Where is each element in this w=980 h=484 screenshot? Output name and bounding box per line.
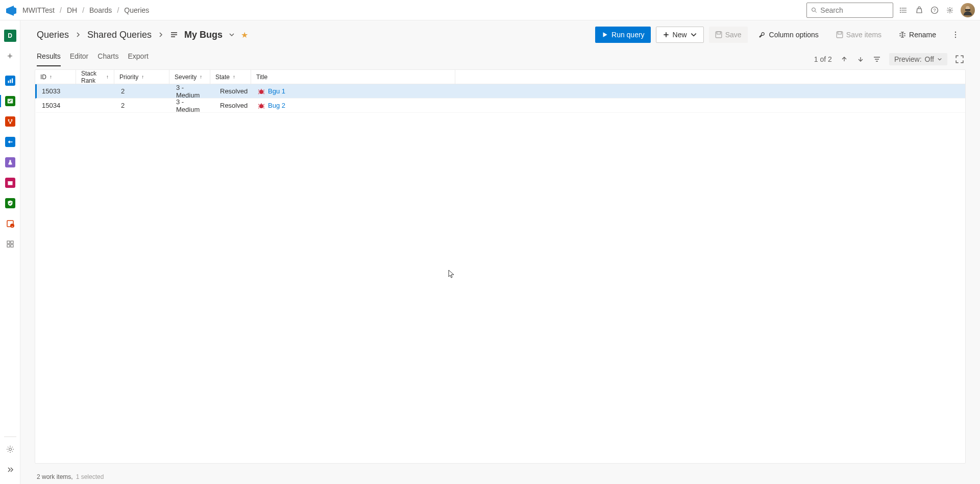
next-item-button[interactable] [856,55,865,63]
help-icon[interactable]: ? [930,6,939,15]
favorite-star-icon[interactable]: ★ [241,30,248,40]
breadcrumb-org[interactable]: MWITTest [22,6,55,14]
rail-grid[interactable] [0,234,20,254]
col-priority[interactable]: Priority↑ [114,70,169,84]
col-severity[interactable]: Severity↑ [169,70,210,84]
cell-title[interactable]: Bgu 1 [253,84,965,98]
svg-rect-30 [716,32,722,38]
svg-point-3 [900,10,901,11]
arrow-up-icon [841,56,847,62]
settings-icon[interactable] [945,6,954,15]
more-actions-button[interactable] [947,27,964,43]
save-icon [836,31,843,38]
col-title[interactable]: Title [251,70,965,84]
project-badge: D [4,30,16,42]
svg-rect-23 [11,241,13,244]
chevron-right-double-icon [6,466,14,474]
path-queries[interactable]: Queries [37,30,69,40]
svg-point-14 [8,119,9,121]
rail-compliance[interactable] [0,193,20,213]
rename-icon [899,31,906,38]
rail-wiki[interactable]: + [0,213,20,234]
tab-charts[interactable]: Charts [97,52,118,66]
more-vertical-icon [951,31,960,39]
svg-rect-10 [8,81,9,83]
svg-rect-25 [11,245,13,247]
tab-export[interactable]: Export [128,52,149,66]
col-id[interactable]: ID↑ [35,70,76,84]
col-stack-rank[interactable]: Stack Rank↑ [76,70,114,84]
fullscreen-button[interactable] [955,55,964,63]
page-header: Queries Shared Queries My Bugs ★ Run que… [20,20,980,49]
sort-asc-icon: ↑ [200,74,202,80]
work-item-title-link[interactable]: Bug 2 [268,102,285,109]
left-rail: D + + [0,20,20,484]
breadcrumb-section[interactable]: Boards [89,6,112,14]
rail-expand[interactable] [0,459,20,480]
status-selected: 1 selected [76,473,104,480]
rail-add[interactable]: + [0,46,20,66]
table-row[interactable]: 15033 2 3 - Medium Resolved Bgu 1 [35,84,965,99]
column-options-button[interactable]: Column options [753,27,825,43]
rail-pipelines[interactable] [0,132,20,152]
rail-boards[interactable] [0,91,20,111]
breadcrumb-page[interactable]: Queries [124,6,149,14]
breadcrumb-sep: / [82,6,84,14]
svg-rect-22 [7,241,10,244]
sort-asc-icon: ↑ [141,74,144,80]
breadcrumb-project[interactable]: DH [67,6,77,14]
filter-icon [873,56,880,63]
svg-point-15 [11,119,12,121]
plus-icon [663,31,670,38]
main-content: Queries Shared Queries My Bugs ★ Run que… [20,20,980,484]
search-input[interactable] [820,6,889,14]
results-table: ID↑ Stack Rank↑ Priority↑ Severity↑ Stat… [35,69,966,464]
rail-overview[interactable] [0,70,20,91]
work-items-icon[interactable] [899,6,909,15]
table-header: ID↑ Stack Rank↑ Priority↑ Severity↑ Stat… [35,70,965,84]
rail-project-settings[interactable] [0,439,20,459]
col-state[interactable]: State↑ [210,70,251,84]
breadcrumb-sep: / [117,6,119,14]
status-work-items: 2 work items, [37,473,73,480]
preview-value: Off [925,55,934,63]
top-header: MWITTest / DH / Boards / Queries ? [0,0,980,20]
new-button[interactable]: New [656,27,704,43]
path-shared-queries[interactable]: Shared Queries [87,30,152,40]
cell-stack-rank [78,99,116,112]
cell-id: 15034 [37,99,78,112]
cell-title[interactable]: Bug 2 [253,99,965,112]
wrench-icon [759,31,766,38]
work-item-title-link[interactable]: Bgu 1 [268,87,285,95]
breadcrumb: MWITTest / DH / Boards / Queries [22,6,149,14]
rail-repos[interactable] [0,111,20,132]
search-box[interactable] [806,3,893,18]
user-avatar[interactable] [961,3,975,17]
svg-point-0 [812,8,816,11]
filter-button[interactable] [873,55,881,63]
rail-testplans[interactable] [0,152,20,173]
rename-button[interactable]: Rename [893,27,942,43]
chevron-right-icon [75,32,81,38]
marketplace-icon[interactable] [915,6,924,15]
rail-artifacts[interactable] [0,173,20,193]
run-query-button[interactable]: Run query [595,27,651,43]
prev-item-button[interactable] [840,55,848,63]
chevron-down-icon[interactable] [229,32,235,38]
preview-toggle[interactable]: Preview: Off [889,53,947,65]
tab-results[interactable]: Results [37,52,61,66]
expand-icon [955,55,964,63]
azure-devops-logo[interactable] [5,4,17,16]
table-row[interactable]: 15034 2 3 - Medium Resolved Bug 2 [35,99,965,113]
svg-point-7 [949,9,951,11]
col-state-label: State [215,74,230,81]
cell-priority: 2 [116,84,171,98]
svg-point-38 [259,104,263,108]
col-title-label: Title [256,74,267,81]
cursor-pointer [448,270,454,279]
bug-icon [258,102,265,109]
query-name[interactable]: My Bugs [184,30,223,40]
rename-label: Rename [909,31,936,39]
rail-project[interactable]: D [0,26,20,46]
tab-editor[interactable]: Editor [70,52,89,66]
